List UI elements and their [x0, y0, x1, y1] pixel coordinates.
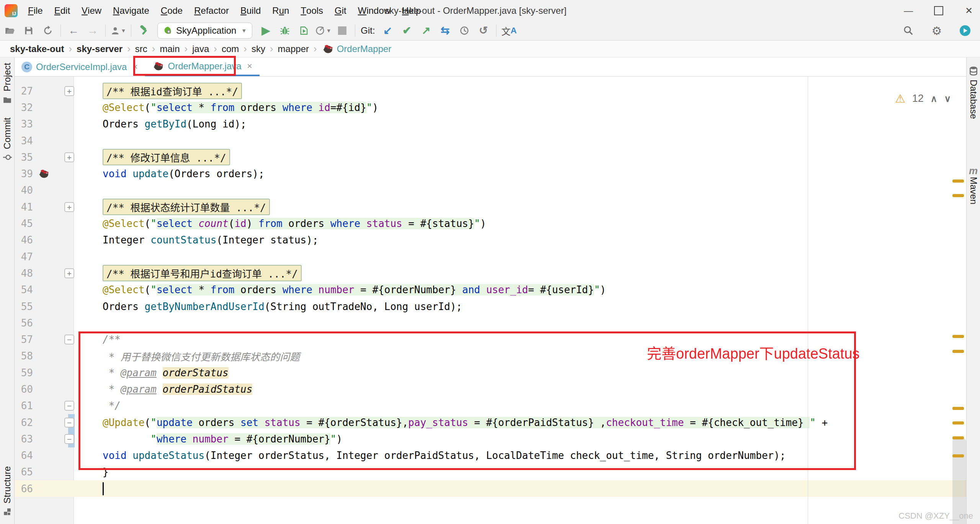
open-icon[interactable] [1, 22, 18, 39]
sync-icon[interactable] [39, 22, 56, 39]
fold-collapse-icon[interactable]: − [64, 434, 74, 444]
git-update-icon[interactable]: ↙ [379, 22, 396, 39]
project-folder-icon[interactable] [3, 95, 12, 104]
undo-icon[interactable]: ↺ [475, 22, 492, 39]
fold-expand-icon[interactable]: + [64, 268, 74, 278]
menu-run[interactable]: Run [266, 0, 295, 21]
run-button[interactable]: ▶ [257, 22, 274, 39]
plugin-assistant-icon[interactable] [957, 22, 973, 39]
structure-icon[interactable] [3, 507, 12, 516]
breadcrumb-item-java[interactable]: java [192, 44, 209, 54]
translate-icon[interactable]: 文A [501, 22, 518, 39]
fold-cell [54, 282, 74, 298]
menu-code[interactable]: Code [155, 0, 188, 21]
save-icon[interactable] [20, 22, 37, 39]
tool-button-commit[interactable]: Commit [2, 118, 13, 149]
menu-edit[interactable]: Edit [49, 0, 76, 21]
settings-gear-icon[interactable]: ⚙ [928, 22, 945, 39]
menu-git[interactable]: Git [329, 0, 352, 21]
line-number: 66 [15, 483, 33, 495]
fold-cell [54, 464, 74, 480]
fold-expand-icon[interactable]: + [64, 202, 74, 212]
close-icon[interactable]: ✕ [247, 62, 253, 70]
breadcrumb-item-ordermapper[interactable]: OrderMapper [322, 44, 392, 54]
menu-navigate[interactable]: Navigate [107, 0, 155, 21]
tool-button-structure[interactable]: Structure [2, 466, 13, 503]
history-clock-icon[interactable] [456, 22, 473, 39]
fold-expand-icon[interactable]: + [64, 152, 74, 162]
close-button[interactable]: ✕ [963, 5, 975, 16]
fold-expand-icon[interactable]: + [64, 86, 74, 96]
token: from [211, 102, 235, 113]
breadcrumb-item-sky-take-out[interactable]: sky-take-out [10, 44, 64, 54]
breadcrumb-item-mapper[interactable]: mapper [278, 44, 309, 54]
maven-icon[interactable]: m [969, 165, 978, 177]
chevron-down-icon: ▼ [241, 28, 247, 34]
back-icon[interactable]: ← [65, 22, 82, 39]
tab-orderserviceimpl[interactable]: C OrderServiceImpl.java ✕ [15, 57, 145, 76]
menu-file[interactable]: File [22, 0, 49, 21]
run-configuration-select[interactable]: SkyApplication ▼ [157, 23, 252, 39]
code-line-45: 45@Select("select count(id) from orders … [15, 215, 966, 232]
warning-stripe-mark[interactable] [952, 454, 964, 457]
token: from [211, 284, 235, 295]
warning-stripe-mark[interactable] [952, 350, 964, 353]
token: getByNumberAndUserId [145, 301, 265, 312]
folded-comment-chip[interactable]: /** 根据id查询订单 ...*/ [103, 83, 242, 99]
forward-icon[interactable]: → [84, 22, 101, 39]
warning-stripe-mark[interactable] [952, 335, 964, 338]
database-icon[interactable] [969, 66, 978, 76]
warning-stripe-mark[interactable] [952, 421, 964, 424]
inspections-widget[interactable]: ⚠ 12 ∧ ∨ [895, 92, 951, 105]
warning-stripe-mark[interactable] [952, 436, 964, 439]
fold-collapse-icon[interactable]: − [64, 418, 74, 428]
profile-user-icon[interactable]: ▼ [110, 22, 127, 39]
breadcrumb-item-sky-server[interactable]: sky-server [77, 44, 122, 54]
next-warning-button[interactable]: ∨ [944, 93, 951, 104]
line-number: 64 [15, 450, 33, 461]
folded-comment-chip[interactable]: /** 修改订单信息 ...*/ [103, 149, 230, 165]
maximize-button[interactable] [934, 6, 943, 15]
token: " [150, 102, 157, 113]
git-push-icon[interactable]: ↗ [418, 22, 434, 39]
menu-build[interactable]: Build [235, 0, 266, 21]
fold-collapse-icon[interactable]: − [64, 335, 74, 344]
tool-button-maven[interactable]: Maven [968, 177, 979, 204]
warning-stripe-mark[interactable] [952, 194, 964, 197]
folded-comment-chip[interactable]: /** 根据状态统计订单数量 ...*/ [103, 199, 270, 215]
breadcrumb-item-com[interactable]: com [222, 44, 239, 54]
fold-collapse-icon[interactable]: − [64, 401, 74, 411]
mybatis-statement-gutter-icon[interactable] [33, 168, 54, 179]
menu-tools[interactable]: Tools [295, 0, 329, 21]
git-commit-check-icon[interactable]: ✔ [399, 22, 415, 39]
breadcrumb-separator: › [314, 43, 317, 55]
stop-button[interactable] [334, 22, 351, 39]
breadcrumb-item-src[interactable]: src [135, 44, 147, 54]
line-number: 62 [15, 417, 33, 428]
debug-button[interactable] [276, 22, 293, 39]
token: where [330, 218, 360, 229]
tool-button-database[interactable]: Database [968, 80, 979, 119]
prev-warning-button[interactable]: ∧ [931, 93, 938, 104]
run-configuration-label: SkyApplication [176, 25, 236, 36]
search-everywhere-icon[interactable] [900, 22, 917, 39]
breadcrumb-label: main [160, 44, 180, 54]
commit-icon[interactable] [3, 153, 12, 162]
git-merge-icon[interactable]: ⇆ [437, 22, 454, 39]
git-label: Git: [361, 25, 375, 36]
breadcrumb-item-sky[interactable]: sky [252, 44, 265, 54]
tool-button-project[interactable]: Project [2, 63, 13, 91]
run-with-coverage-button[interactable] [296, 22, 312, 39]
code-line-35: 35+/** 修改订单信息 ...*/ [15, 149, 966, 165]
profiler-button[interactable]: ▼ [315, 22, 332, 39]
warning-stripe-mark[interactable] [952, 407, 964, 410]
minimize-button[interactable]: — [903, 5, 914, 16]
folded-comment-chip[interactable]: /** 根据订单号和用户id查询订单 ...*/ [103, 265, 302, 281]
menu-refactor[interactable]: Refactor [188, 0, 235, 21]
code-text: @Select("select * from orders where id=#… [74, 102, 966, 113]
code-line-55: 55Orders getByNumberAndUserId(String out… [15, 298, 966, 315]
build-hammer-icon[interactable] [136, 22, 152, 39]
menu-view[interactable]: View [76, 0, 107, 21]
warning-stripe-mark[interactable] [952, 180, 964, 183]
breadcrumb-item-main[interactable]: main [160, 44, 180, 54]
